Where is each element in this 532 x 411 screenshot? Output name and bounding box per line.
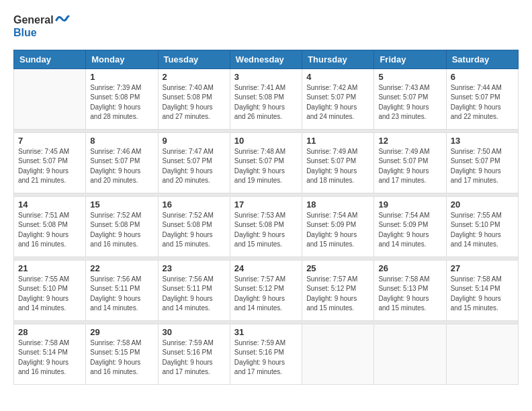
day-cell: 25Sunrise: 7:57 AMSunset: 5:12 PMDayligh…: [302, 260, 374, 320]
day-cell: 1Sunrise: 7:39 AMSunset: 5:08 PMDaylight…: [86, 68, 158, 129]
page-header: General Blue: [13, 13, 519, 39]
day-cell: 17Sunrise: 7:53 AMSunset: 5:08 PMDayligh…: [230, 196, 302, 257]
week-row-5: 28Sunrise: 7:58 AMSunset: 5:14 PMDayligh…: [14, 324, 519, 384]
day-number: 5: [378, 72, 441, 82]
day-info: Sunrise: 7:47 AMSunset: 5:07 PMDaylight:…: [163, 147, 226, 186]
day-info: Sunrise: 7:59 AMSunset: 5:16 PMDaylight:…: [163, 338, 226, 377]
day-cell: 30Sunrise: 7:59 AMSunset: 5:16 PMDayligh…: [158, 324, 230, 384]
day-number: 2: [163, 72, 226, 82]
day-info: Sunrise: 7:46 AMSunset: 5:07 PMDaylight:…: [90, 147, 153, 186]
day-cell: 9Sunrise: 7:47 AMSunset: 5:07 PMDaylight…: [158, 132, 230, 193]
day-cell: [14, 68, 86, 129]
day-info: Sunrise: 7:49 AMSunset: 5:07 PMDaylight:…: [306, 147, 369, 186]
weekday-header-friday: Friday: [374, 50, 446, 68]
week-row-4: 21Sunrise: 7:55 AMSunset: 5:10 PMDayligh…: [14, 260, 519, 320]
day-info: Sunrise: 7:55 AMSunset: 5:10 PMDaylight:…: [18, 275, 81, 314]
day-cell: 13Sunrise: 7:50 AMSunset: 5:07 PMDayligh…: [446, 132, 518, 193]
day-info: Sunrise: 7:58 AMSunset: 5:14 PMDaylight:…: [451, 275, 514, 314]
day-number: 20: [451, 199, 514, 210]
day-number: 22: [90, 263, 153, 273]
day-number: 28: [18, 327, 81, 337]
day-info: Sunrise: 7:43 AMSunset: 5:07 PMDaylight:…: [378, 83, 441, 122]
weekday-header-sunday: Sunday: [14, 50, 86, 68]
day-number: 3: [234, 72, 298, 82]
weekday-header-row: SundayMondayTuesdayWednesdayThursdayFrid…: [14, 50, 519, 68]
day-cell: 14Sunrise: 7:51 AMSunset: 5:08 PMDayligh…: [14, 196, 86, 257]
day-number: 8: [90, 136, 153, 146]
day-cell: 29Sunrise: 7:58 AMSunset: 5:15 PMDayligh…: [86, 324, 158, 384]
day-cell: 16Sunrise: 7:52 AMSunset: 5:08 PMDayligh…: [158, 196, 230, 257]
day-number: 7: [18, 136, 81, 146]
day-info: Sunrise: 7:58 AMSunset: 5:14 PMDaylight:…: [18, 338, 81, 377]
day-number: 16: [163, 199, 226, 210]
logo: General Blue: [13, 13, 70, 39]
day-info: Sunrise: 7:44 AMSunset: 5:07 PMDaylight:…: [451, 83, 514, 122]
day-info: Sunrise: 7:54 AMSunset: 5:09 PMDaylight:…: [306, 211, 369, 250]
day-cell: 7Sunrise: 7:45 AMSunset: 5:07 PMDaylight…: [14, 132, 86, 193]
day-info: Sunrise: 7:58 AMSunset: 5:15 PMDaylight:…: [90, 338, 153, 377]
day-cell: 2Sunrise: 7:40 AMSunset: 5:08 PMDaylight…: [158, 68, 230, 129]
day-number: 6: [451, 72, 514, 82]
day-number: 10: [234, 136, 298, 146]
week-row-3: 14Sunrise: 7:51 AMSunset: 5:08 PMDayligh…: [14, 196, 519, 257]
day-info: Sunrise: 7:56 AMSunset: 5:11 PMDaylight:…: [90, 275, 153, 314]
logo-wave-icon: [55, 13, 70, 27]
day-info: Sunrise: 7:53 AMSunset: 5:08 PMDaylight:…: [234, 211, 298, 250]
day-number: 15: [90, 199, 153, 210]
weekday-header-saturday: Saturday: [446, 50, 518, 68]
day-cell: 15Sunrise: 7:52 AMSunset: 5:08 PMDayligh…: [86, 196, 158, 257]
day-cell: [374, 324, 446, 384]
day-cell: 24Sunrise: 7:57 AMSunset: 5:12 PMDayligh…: [230, 260, 302, 320]
day-number: 31: [234, 327, 298, 337]
day-info: Sunrise: 7:59 AMSunset: 5:16 PMDaylight:…: [234, 338, 298, 377]
day-info: Sunrise: 7:45 AMSunset: 5:07 PMDaylight:…: [18, 147, 81, 186]
weekday-header-tuesday: Tuesday: [158, 50, 230, 68]
day-info: Sunrise: 7:51 AMSunset: 5:08 PMDaylight:…: [18, 211, 81, 250]
day-cell: 12Sunrise: 7:49 AMSunset: 5:07 PMDayligh…: [374, 132, 446, 193]
day-number: 19: [378, 199, 441, 210]
day-cell: 3Sunrise: 7:41 AMSunset: 5:08 PMDaylight…: [230, 68, 302, 129]
day-cell: 26Sunrise: 7:58 AMSunset: 5:13 PMDayligh…: [374, 260, 446, 320]
day-cell: 27Sunrise: 7:58 AMSunset: 5:14 PMDayligh…: [446, 260, 518, 320]
day-info: Sunrise: 7:41 AMSunset: 5:08 PMDaylight:…: [234, 83, 298, 122]
day-info: Sunrise: 7:48 AMSunset: 5:07 PMDaylight:…: [234, 147, 298, 186]
weekday-header-wednesday: Wednesday: [230, 50, 302, 68]
day-cell: 20Sunrise: 7:55 AMSunset: 5:10 PMDayligh…: [446, 196, 518, 257]
day-cell: 19Sunrise: 7:54 AMSunset: 5:09 PMDayligh…: [374, 196, 446, 257]
day-info: Sunrise: 7:57 AMSunset: 5:12 PMDaylight:…: [306, 275, 369, 314]
day-cell: 5Sunrise: 7:43 AMSunset: 5:07 PMDaylight…: [374, 68, 446, 129]
day-number: 24: [234, 263, 298, 273]
day-info: Sunrise: 7:54 AMSunset: 5:09 PMDaylight:…: [378, 211, 441, 250]
day-info: Sunrise: 7:40 AMSunset: 5:08 PMDaylight:…: [163, 83, 226, 122]
day-cell: 31Sunrise: 7:59 AMSunset: 5:16 PMDayligh…: [230, 324, 302, 384]
calendar-table: SundayMondayTuesdayWednesdayThursdayFrid…: [13, 50, 519, 385]
day-info: Sunrise: 7:55 AMSunset: 5:10 PMDaylight:…: [451, 211, 514, 250]
day-info: Sunrise: 7:52 AMSunset: 5:08 PMDaylight:…: [90, 211, 153, 250]
day-number: 21: [18, 263, 81, 273]
weekday-header-monday: Monday: [86, 50, 158, 68]
week-row-1: 1Sunrise: 7:39 AMSunset: 5:08 PMDaylight…: [14, 68, 519, 129]
day-info: Sunrise: 7:56 AMSunset: 5:11 PMDaylight:…: [163, 275, 226, 314]
day-cell: 21Sunrise: 7:55 AMSunset: 5:10 PMDayligh…: [14, 260, 86, 320]
day-number: 17: [234, 199, 298, 210]
logo-blue: Blue: [13, 27, 70, 39]
day-number: 30: [163, 327, 226, 337]
logo-display: General Blue: [13, 13, 70, 39]
day-info: Sunrise: 7:50 AMSunset: 5:07 PMDaylight:…: [451, 147, 514, 186]
day-cell: [446, 324, 518, 384]
day-cell: 6Sunrise: 7:44 AMSunset: 5:07 PMDaylight…: [446, 68, 518, 129]
day-number: 26: [378, 263, 441, 273]
week-row-2: 7Sunrise: 7:45 AMSunset: 5:07 PMDaylight…: [14, 132, 519, 193]
day-info: Sunrise: 7:42 AMSunset: 5:07 PMDaylight:…: [306, 83, 369, 122]
day-number: 11: [306, 136, 369, 146]
day-info: Sunrise: 7:58 AMSunset: 5:13 PMDaylight:…: [378, 275, 441, 314]
day-info: Sunrise: 7:52 AMSunset: 5:08 PMDaylight:…: [163, 211, 226, 250]
day-cell: 4Sunrise: 7:42 AMSunset: 5:07 PMDaylight…: [302, 68, 374, 129]
day-number: 23: [163, 263, 226, 273]
day-number: 18: [306, 199, 369, 210]
day-number: 4: [306, 72, 369, 82]
day-cell: 11Sunrise: 7:49 AMSunset: 5:07 PMDayligh…: [302, 132, 374, 193]
day-number: 13: [451, 136, 514, 146]
day-info: Sunrise: 7:57 AMSunset: 5:12 PMDaylight:…: [234, 275, 298, 314]
day-info: Sunrise: 7:39 AMSunset: 5:08 PMDaylight:…: [90, 83, 153, 122]
